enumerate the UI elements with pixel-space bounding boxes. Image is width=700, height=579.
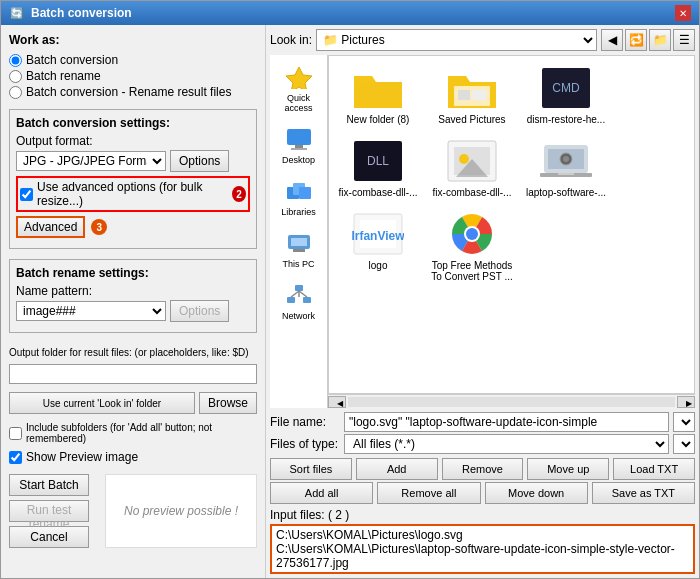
nav-back-button[interactable]: ◀ [601, 29, 623, 51]
sidebar-item-network[interactable]: Network [271, 277, 327, 325]
svg-line-14 [299, 291, 307, 297]
start-batch-button[interactable]: Start Batch [9, 474, 89, 496]
files-type-row: Files of type: All files (*.*) ▼ [270, 434, 695, 454]
load-txt-button[interactable]: Load TXT [613, 458, 695, 480]
btn-row-1: Sort files Add Remove Move up Load TXT [270, 458, 695, 480]
action-buttons: Start Batch Run test rename Cancel [9, 474, 89, 548]
fix-combase-thumb-icon [444, 137, 500, 185]
sort-files-button[interactable]: Sort files [270, 458, 352, 480]
remove-button[interactable]: Remove [442, 458, 524, 480]
name-pattern-select[interactable]: image### [16, 301, 166, 321]
scroll-track [348, 397, 675, 407]
right-panel: Look in: 📁 Pictures ◀ 🔁 📁 ☰ [266, 25, 699, 578]
svg-rect-1 [287, 129, 311, 145]
browse-button[interactable]: Browse [199, 392, 257, 414]
use-advanced-row: Use advanced options (for bulk resize...… [16, 176, 250, 212]
svg-rect-10 [295, 285, 303, 291]
file-label-laptop-software: laptop-software-... [526, 187, 606, 198]
file-name-dropdown[interactable]: ▼ [673, 412, 695, 432]
file-item-fix-combase-thumb[interactable]: fix-combase-dll-... [427, 133, 517, 202]
scroll-left-btn[interactable]: ◀ [328, 396, 346, 408]
close-button[interactable]: ✕ [675, 5, 691, 21]
file-name-input[interactable] [344, 412, 669, 432]
file-label-chrome: Top Free Methods To Convert PST ... [431, 260, 513, 282]
svg-text:DLL: DLL [367, 154, 389, 168]
move-down-button[interactable]: Move down [485, 482, 588, 504]
svg-rect-3 [291, 148, 307, 150]
svg-rect-17 [458, 90, 470, 100]
saved-pictures-icon [444, 64, 500, 112]
cancel-button[interactable]: Cancel [9, 526, 89, 548]
input-file-1: C:\Users\KOMAL\Pictures\logo.svg [276, 528, 689, 542]
output-format-select[interactable]: JPG - JPG/JPEG Format [16, 151, 166, 171]
svg-rect-12 [303, 297, 311, 303]
svg-rect-6 [299, 187, 311, 199]
radio-batch-rename-result[interactable]: Batch conversion - Rename result files [9, 85, 257, 99]
look-in-row: Look in: 📁 Pictures ◀ 🔁 📁 ☰ [270, 29, 695, 51]
file-item-chrome[interactable]: Top Free Methods To Convert PST ... [427, 206, 517, 286]
look-in-select[interactable]: 📁 Pictures [316, 29, 597, 51]
run-test-button[interactable]: Run test rename [9, 500, 89, 522]
rename-settings-group: Batch rename settings: Name pattern: ima… [9, 259, 257, 333]
file-label-fix-combase-thumb: fix-combase-dll-... [433, 187, 512, 198]
network-label: Network [282, 311, 315, 321]
quick-access-icon [283, 63, 315, 91]
folder-icon [350, 64, 406, 112]
add-button[interactable]: Add [356, 458, 438, 480]
btn-row-2: Add all Remove all Move down Save as TXT [270, 482, 695, 504]
output-folder-input[interactable]: C:\Users\KOMAL\Desktop\ [9, 364, 257, 384]
svg-rect-11 [287, 297, 295, 303]
use-current-folder-button[interactable]: Use current 'Look in' folder [9, 392, 195, 414]
use-advanced-label: Use advanced options (for bulk resize...… [37, 180, 226, 208]
include-subfolder-checkbox[interactable] [9, 427, 22, 440]
network-icon [283, 281, 315, 309]
sidebar-item-libraries[interactable]: Libraries [271, 173, 327, 221]
radio-batch-rename[interactable]: Batch rename [9, 69, 257, 83]
scroll-right-btn[interactable]: ▶ [677, 396, 695, 408]
libraries-icon [283, 177, 315, 205]
output-format-label: Output format: [16, 134, 250, 148]
browser-area: Quick access Desktop [270, 55, 695, 408]
radio-batch-conversion[interactable]: Batch conversion [9, 53, 257, 67]
add-all-button[interactable]: Add all [270, 482, 373, 504]
file-item-logo[interactable]: IrfanView logo [333, 206, 423, 286]
file-item-fix-combase[interactable]: DLL fix-combase-dll-... [333, 133, 423, 202]
rename-settings-label: Batch rename settings: [16, 266, 250, 280]
files-type-dropdown[interactable]: ▼ [673, 434, 695, 454]
file-item-saved-pictures[interactable]: Saved Pictures [427, 60, 517, 129]
nav-newfolder-button[interactable]: 📁 [649, 29, 671, 51]
input-files-list: C:\Users\KOMAL\Pictures\logo.svg C:\User… [270, 524, 695, 574]
include-subfolder-label: Include subfolders (for 'Add all' button… [26, 422, 257, 444]
laptop-software-icon [538, 137, 594, 185]
file-label-logo: logo [369, 260, 388, 271]
sidebar-item-this-pc[interactable]: This PC [271, 225, 327, 273]
options-button[interactable]: Options [170, 150, 229, 172]
file-item-laptop-software[interactable]: laptop-software-... [521, 133, 611, 202]
file-label-saved-pictures: Saved Pictures [438, 114, 505, 125]
horizontal-scrollbar[interactable]: ◀ ▶ [328, 394, 695, 408]
radio-batch-rename-input[interactable] [9, 70, 22, 83]
window-title: Batch conversion [31, 6, 669, 20]
radio-batch-conversion-input[interactable] [9, 54, 22, 67]
advanced-btn-row: Advanced 3 [16, 216, 250, 238]
save-as-txt-button[interactable]: Save as TXT [592, 482, 695, 504]
advanced-button[interactable]: Advanced [16, 216, 85, 238]
radio-batch-rename-result-input[interactable] [9, 86, 22, 99]
input-file-2: C:\Users\KOMAL\Pictures\laptop-software-… [276, 542, 689, 570]
batch-settings-label: Batch conversion settings: [16, 116, 250, 130]
file-item-dism[interactable]: CMD dism-restore-he... [521, 60, 611, 129]
sidebar-item-desktop[interactable]: Desktop [271, 121, 327, 169]
remove-all-button[interactable]: Remove all [377, 482, 480, 504]
use-advanced-checkbox[interactable] [20, 188, 33, 201]
move-up-button[interactable]: Move up [527, 458, 609, 480]
nav-view-button[interactable]: ☰ [673, 29, 695, 51]
sidebar-item-quick-access[interactable]: Quick access [271, 59, 327, 117]
files-type-select[interactable]: All files (*.*) [344, 434, 669, 454]
file-item-new-folder[interactable]: New folder (8) [333, 60, 423, 129]
name-options-button[interactable]: Options [170, 300, 229, 322]
nav-refresh-button[interactable]: 🔁 [625, 29, 647, 51]
left-panel: Work as: Batch conversion Batch rename B… [1, 25, 266, 578]
include-subfolder-row: Include subfolders (for 'Add all' button… [9, 422, 257, 444]
show-preview-checkbox[interactable] [9, 451, 22, 464]
work-as-radio-group: Batch conversion Batch rename Batch conv… [9, 53, 257, 99]
